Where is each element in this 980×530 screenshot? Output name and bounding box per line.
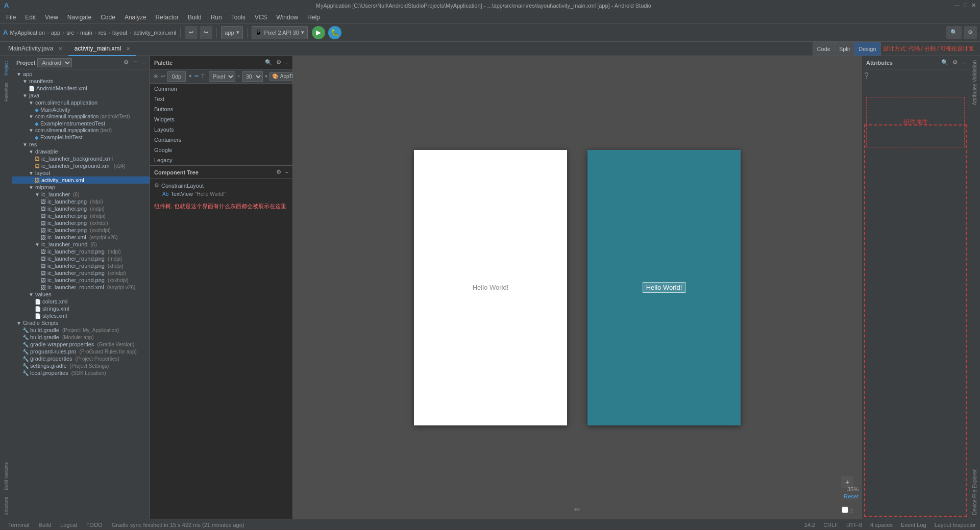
tree-item-activity-main[interactable]: 🖼activity_main.xml: [12, 176, 150, 184]
menu-refactor[interactable]: Refactor: [152, 13, 183, 22]
main-label[interactable]: main: [80, 30, 92, 36]
minimize-btn[interactable]: —: [954, 2, 960, 9]
tree-item-ic-launcher-group[interactable]: ▼ic_launcher (6): [12, 191, 150, 198]
tree-item-styles[interactable]: 📄styles.xml: [12, 312, 150, 319]
ratio-lock-checkbox[interactable]: [842, 507, 848, 513]
zoom-reset[interactable]: Reset: [844, 493, 859, 499]
tree-item-round-xxxhdpi[interactable]: 🖼ic_launcher_round.png (xxxhdpi): [12, 276, 150, 284]
edit-icon[interactable]: ✏: [574, 506, 580, 514]
tree-item-res[interactable]: ▼res: [12, 141, 150, 148]
tree-item-gradle-wrapper[interactable]: 🔧gradle-wrapper.properties (Gradle Versi…: [12, 341, 150, 348]
tree-item-layout[interactable]: ▼layout: [12, 169, 150, 176]
palette-legacy[interactable]: Legacy: [150, 155, 292, 165]
tree-item-package-main[interactable]: ▼com.slimenull.application: [12, 99, 150, 106]
project-settings-icon[interactable]: ⚙: [124, 59, 129, 66]
cursor-position[interactable]: 14:2: [804, 522, 815, 528]
charset[interactable]: UTF-8: [846, 522, 862, 528]
menu-analyze[interactable]: Analyze: [120, 13, 151, 22]
res-label[interactable]: res: [99, 30, 106, 36]
palette-common[interactable]: Common: [150, 84, 292, 94]
hello-world-blueprint[interactable]: Hello World!: [643, 282, 686, 293]
palette-containers[interactable]: Containers: [150, 135, 292, 145]
tree-item-proguard[interactable]: 🔧proguard-rules.pro (ProGuard Rules for …: [12, 348, 150, 355]
menu-edit[interactable]: Edit: [21, 13, 40, 22]
tree-item-androidmanifest[interactable]: 📄AndroidManifest.xml: [12, 85, 150, 92]
menu-tools[interactable]: Tools: [227, 13, 250, 22]
comp-tree-settings-icon[interactable]: ⚙: [276, 169, 281, 175]
todo-tab[interactable]: TODO: [82, 522, 107, 528]
attr-search-icon[interactable]: 🔍: [941, 59, 948, 66]
menu-vcs[interactable]: VCS: [251, 13, 272, 22]
indent-setting[interactable]: 4 spaces: [870, 522, 893, 528]
tree-item-app[interactable]: ▼app: [12, 70, 150, 78]
tree-item-colors[interactable]: 📄colors.xml: [12, 298, 150, 305]
tree-item-mainactivity[interactable]: ◆MainActivity: [12, 106, 150, 113]
tree-item-drawable[interactable]: ▼drawable: [12, 148, 150, 155]
menu-build[interactable]: Build: [184, 13, 206, 22]
tree-item-ic-bg[interactable]: 🖼ic_launcher_background.xml: [12, 155, 150, 162]
file-label[interactable]: activity_main.xml: [133, 30, 176, 36]
palette-search-icon[interactable]: 🔍: [265, 59, 272, 66]
tree-item-exampleinstrumented[interactable]: ◆ExampleInstrumentedTest: [12, 120, 150, 127]
menu-view[interactable]: View: [41, 13, 62, 22]
split-view-btn[interactable]: Split: [835, 42, 854, 56]
project-expand-icon[interactable]: ⋯: [133, 59, 138, 66]
tree-item-strings[interactable]: 📄strings.xml: [12, 305, 150, 312]
menu-window[interactable]: Window: [272, 13, 302, 22]
device-dropdown[interactable]: 📱 Pixel 2 API 30 ▾: [252, 26, 308, 39]
run-button[interactable]: ▶: [312, 26, 325, 39]
tree-item-ic-xxxhdpi[interactable]: 🖼ic_launcher.png (xxxhdpi): [12, 226, 150, 234]
tree-item-manifests[interactable]: ▼manifests: [12, 78, 150, 85]
menu-code[interactable]: Code: [96, 13, 119, 22]
tab-close-mainactivity[interactable]: ✕: [58, 46, 62, 52]
terminal-tab[interactable]: Terminal: [4, 522, 34, 528]
project-name[interactable]: MyApplication: [10, 30, 44, 36]
tree-item-exampleunit[interactable]: ◆ExampleUnitTest: [12, 134, 150, 141]
tree-item-ic-fg[interactable]: 🖼ic_launcher_foreground.xml (v24): [12, 162, 150, 169]
sidebar-favorites-icon[interactable]: Favorites: [1, 80, 12, 105]
tree-item-round-hdpi[interactable]: 🖼ic_launcher_round.png (hdpi): [12, 248, 150, 255]
debug-button[interactable]: 🐛: [328, 26, 341, 39]
palette-eye-btn[interactable]: 👁: [153, 71, 159, 82]
tree-item-settings-gradle[interactable]: 🔧settings.gradle (Project Settings): [12, 362, 150, 369]
build-tab[interactable]: Build: [35, 522, 55, 528]
palette-layouts[interactable]: Layouts: [150, 124, 292, 135]
maximize-btn[interactable]: □: [964, 2, 967, 9]
line-ending[interactable]: CRLF: [823, 522, 838, 528]
palette-buttons[interactable]: Buttons: [150, 104, 292, 114]
redo-btn[interactable]: ↪: [200, 26, 212, 39]
layout-label[interactable]: layout: [112, 30, 127, 36]
undo-btn[interactable]: ↩: [185, 26, 198, 39]
tree-item-local-properties[interactable]: 🔧local.properties (SDK Location): [12, 369, 150, 376]
tree-item-ic-round-group[interactable]: ▼ic_launcher_round (6): [12, 241, 150, 248]
ratio-checkbox[interactable]: [842, 507, 848, 515]
search-everywhere-btn[interactable]: 🔍: [946, 26, 962, 39]
tree-item-ic-anydpi[interactable]: 🖼ic_launcher.xml (anydpi-v26): [12, 234, 150, 241]
run-config-dropdown[interactable]: app ▾: [221, 26, 242, 39]
tree-item-gradle-scripts[interactable]: ▼Gradle Scripts: [12, 319, 150, 326]
src-label[interactable]: src: [66, 30, 74, 36]
tree-item-package-test[interactable]: ▼com.slimenull.myapplication (test): [12, 127, 150, 134]
design-view-btn[interactable]: Design: [854, 42, 880, 56]
palette-google[interactable]: Google: [150, 145, 292, 155]
logcat-tab[interactable]: Logcat: [56, 522, 81, 528]
tree-item-values[interactable]: ▼values: [12, 291, 150, 298]
tree-item-ic-mdpi[interactable]: 🖼ic_launcher.png (mdpi): [12, 205, 150, 212]
tree-item-round-xxhdpi[interactable]: 🖼ic_launcher_round.png (xxhdpi): [12, 269, 150, 276]
palette-text-btn[interactable]: T: [201, 71, 205, 82]
attr-collapse-icon[interactable]: –: [962, 60, 965, 66]
palette-magnet-btn[interactable]: ✦: [188, 71, 192, 82]
tab-close-activity-main[interactable]: ✕: [126, 46, 130, 52]
comp-constraint-layout[interactable]: ⚙ ConstraintLayout: [150, 181, 292, 190]
tab-activity-main[interactable]: activity_main.xml ✕: [68, 42, 136, 56]
tree-item-round-mdpi[interactable]: 🖼ic_launcher_round.png (mdpi): [12, 255, 150, 262]
sidebar-structure-icon[interactable]: Structure: [1, 494, 12, 519]
menu-file[interactable]: File: [2, 13, 20, 22]
tree-item-java[interactable]: ▼java: [12, 92, 150, 99]
settings-btn[interactable]: ⚙: [964, 26, 977, 39]
attr-question-mark[interactable]: ?: [862, 69, 969, 83]
layout-inspector-btn[interactable]: Layout Inspector: [935, 522, 976, 528]
device-file-explorer-tab[interactable]: Device File Explorer: [970, 465, 979, 519]
tree-item-round-xhdpi[interactable]: 🖼ic_launcher_round.png (xhdpi): [12, 262, 150, 269]
palette-widgets[interactable]: Widgets: [150, 114, 292, 124]
